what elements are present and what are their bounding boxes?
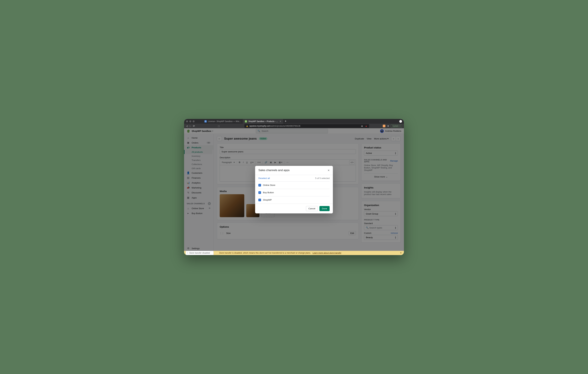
- transfer-banner: Store transfer is disabled, which means …: [184, 251, 404, 255]
- browser-tabs: ⓦ License ‹ ShopWP Sandbox — Wor... s Sh…: [202, 119, 288, 124]
- tab-label: ShopWP Sandbox ~ Products - ...: [248, 120, 278, 123]
- back-icon[interactable]: ◁: [186, 125, 188, 127]
- tab-label: License ‹ ShopWP Sandbox — Wor...: [208, 120, 241, 123]
- close-modal-icon[interactable]: ×: [328, 168, 330, 172]
- wordpress-icon: ⓦ: [204, 120, 207, 123]
- banner-link[interactable]: Learn more about store transfer: [313, 252, 341, 254]
- url-input[interactable]: 🔒 wpstest.myshopify.com/admin/products/4…: [244, 124, 369, 128]
- url-domain: wpstest.myshopify.com: [249, 125, 270, 127]
- checkbox-checked-icon[interactable]: ✓: [258, 184, 261, 187]
- url-bar: ◁ ▷ ⟳ ◻ 🔒 wpstest.myshopify.com/admin/pr…: [184, 124, 404, 128]
- download-icon[interactable]: ↓: [399, 120, 402, 123]
- shopify-icon: s: [245, 120, 247, 123]
- channel-option-shopwp[interactable]: ✓ ShopWP: [258, 196, 330, 204]
- info-icon: i: [188, 252, 188, 254]
- checkbox-checked-icon[interactable]: ✓: [258, 191, 261, 194]
- banner-text: Store transfer is disabled, which means …: [219, 252, 311, 254]
- reload-icon[interactable]: ⟳: [193, 125, 195, 127]
- deselect-all-link[interactable]: Deselect all: [258, 177, 270, 179]
- url-path: /admin/products/4464983769136: [270, 125, 300, 127]
- modal-title: Sales channels and apps: [258, 169, 290, 172]
- close-tab-icon[interactable]: ×: [280, 120, 281, 123]
- menu-icon: ≡: [399, 125, 400, 127]
- checkbox-checked-icon[interactable]: ✓: [258, 199, 261, 201]
- update-button[interactable]: Update≡: [391, 124, 402, 128]
- extensions-icon[interactable]: ✦: [387, 125, 389, 128]
- brave-icon[interactable]: ▲: [365, 125, 368, 127]
- browser-window: ⓦ License ‹ ShopWP Sandbox — Wor... s Sh…: [184, 119, 404, 255]
- traffic-lights: [186, 120, 195, 122]
- traffic-max[interactable]: [193, 120, 195, 122]
- new-tab-button[interactable]: +: [283, 120, 288, 123]
- cancel-button[interactable]: Cancel: [306, 206, 318, 211]
- transfer-pill: i Store transfer disabled: [186, 251, 214, 255]
- bookmark-icon[interactable]: ◻: [218, 125, 220, 127]
- titlebar: ⓦ License ‹ ShopWP Sandbox — Wor... s Sh…: [184, 119, 404, 124]
- forward-icon: ▷: [189, 125, 191, 127]
- close-banner-icon[interactable]: ×: [400, 251, 402, 254]
- channel-option-online-store[interactable]: ✓ Online Store: [258, 181, 330, 189]
- sales-channels-modal: Sales channels and apps × Deselect all 5…: [255, 166, 333, 213]
- modal-overlay[interactable]: Sales channels and apps × Deselect all 5…: [184, 128, 404, 251]
- browser-tab-2[interactable]: s ShopWP Sandbox ~ Products - ... ×: [243, 119, 283, 124]
- traffic-min[interactable]: [189, 120, 191, 122]
- browser-tab-1[interactable]: ⓦ License ‹ ShopWP Sandbox — Wor...: [202, 119, 243, 124]
- selection-count: 5 of 5 selected: [315, 177, 330, 179]
- ext-icon-1[interactable]: [383, 125, 385, 127]
- traffic-close[interactable]: [186, 120, 188, 122]
- shields-icon[interactable]: ◈: [361, 125, 363, 127]
- channel-option-buy-button[interactable]: ✓ Buy Button: [258, 189, 330, 196]
- done-button[interactable]: Done: [319, 206, 330, 211]
- lock-icon: 🔒: [246, 125, 248, 127]
